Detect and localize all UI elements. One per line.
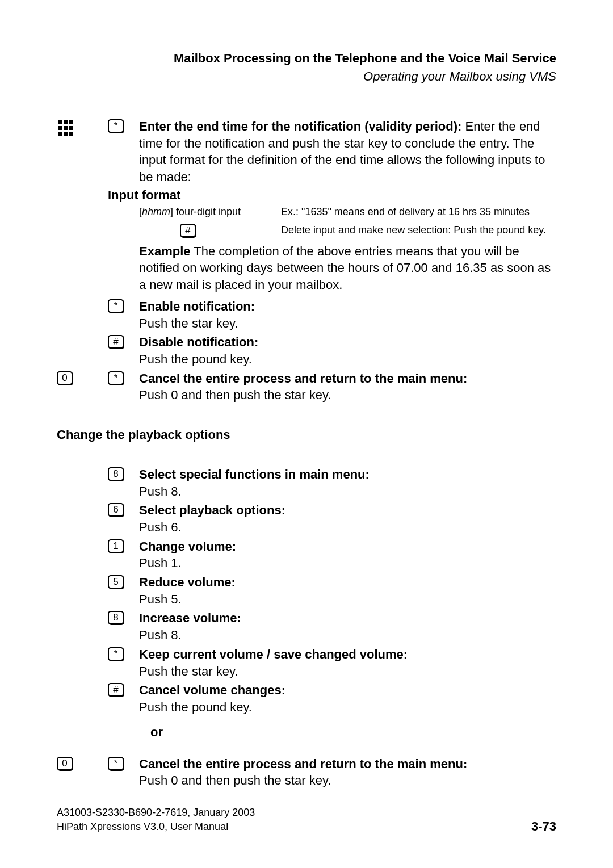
- step-text: Increase volume:Push 8.: [139, 610, 556, 643]
- svg-rect-3: [58, 126, 62, 130]
- keypad-icon: [57, 119, 75, 137]
- page-header-subtitle: Operating your Mailbox using VMS: [57, 69, 556, 84]
- format-right: Delete input and make new selection: Pus…: [281, 224, 556, 236]
- svg-rect-8: [69, 132, 73, 136]
- step-text: Cancel the entire process and return to …: [139, 756, 556, 789]
- format-left: [hhmm] four-digit input: [139, 206, 281, 218]
- step-text: Select playback options:Push 6.: [139, 502, 556, 535]
- svg-rect-2: [69, 120, 73, 124]
- step-text: Keep current volume / save changed volum…: [139, 646, 556, 680]
- page-number: 3-73: [531, 819, 556, 834]
- input-format-label: Input format: [108, 188, 556, 203]
- pound-key-icon: #: [180, 224, 196, 237]
- step-title: Enter the end time for the notification …: [139, 119, 461, 133]
- playback-heading: Change the playback options: [57, 427, 556, 442]
- zero-key-icon: 0: [57, 757, 73, 770]
- pound-key-icon: #: [108, 335, 124, 349]
- eight-key-icon: 8: [108, 611, 124, 624]
- svg-rect-5: [69, 126, 73, 130]
- or-label: or: [150, 725, 556, 740]
- star-key-icon: *: [108, 371, 124, 385]
- svg-rect-0: [58, 120, 62, 124]
- pound-key-icon: #: [108, 683, 124, 697]
- step-text: Disable notification: Push the pound key…: [139, 334, 556, 367]
- step-text: Change volume:Push 1.: [139, 538, 556, 572]
- six-key-icon: 6: [108, 503, 124, 517]
- step-text: Cancel volume changes:Push the pound key…: [139, 682, 556, 715]
- footer-info: A31003-S2330-B690-2-7619, January 2003 H…: [57, 806, 255, 834]
- eight-key-icon: 8: [108, 467, 124, 481]
- step-text: Enable notification: Push the star key.: [139, 298, 556, 332]
- star-key-icon: *: [108, 647, 124, 661]
- svg-rect-6: [58, 132, 62, 136]
- page-header-title: Mailbox Processing on the Telephone and …: [57, 51, 556, 66]
- star-key-icon: *: [108, 119, 124, 133]
- star-key-icon: *: [108, 299, 124, 313]
- star-key-icon: *: [108, 757, 124, 770]
- step-text: Enter the end time for the notification …: [139, 118, 556, 186]
- svg-rect-1: [64, 120, 68, 124]
- format-right: Ex.: "1635" means end of delivery at 16 …: [281, 206, 556, 218]
- example-text: Example The completion of the above entr…: [139, 243, 556, 293]
- step-text: Select special functions in main menu:Pu…: [139, 466, 556, 500]
- step-text: Cancel the entire process and return to …: [139, 370, 556, 404]
- one-key-icon: 1: [108, 539, 124, 553]
- svg-rect-4: [64, 126, 68, 130]
- step-text: Reduce volume:Push 5.: [139, 574, 556, 607]
- zero-key-icon: 0: [57, 371, 73, 385]
- five-key-icon: 5: [108, 575, 124, 589]
- svg-rect-7: [64, 132, 68, 136]
